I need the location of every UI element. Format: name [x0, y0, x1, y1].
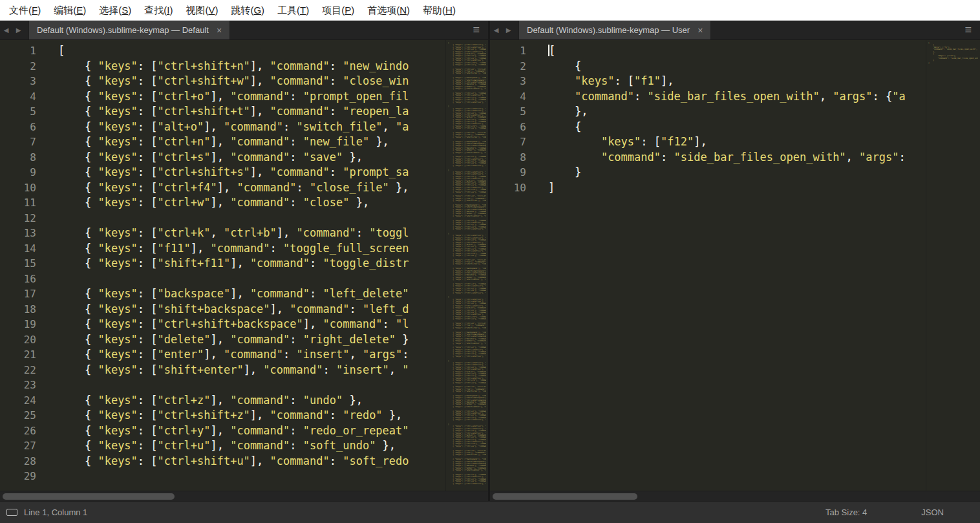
code-line: 9 } — [490, 165, 926, 180]
menu-item-tools[interactable]: 工具(T) — [271, 0, 315, 21]
code-line: 2 { — [490, 59, 926, 74]
code-line: 23 — [0, 378, 445, 393]
history-forward-icon[interactable]: ▶ — [502, 21, 515, 39]
code-line: 5 }, — [490, 104, 926, 120]
line-number: 5 — [490, 104, 526, 120]
code-line: 9 { "keys": ["ctrl+shift+s"], "command":… — [0, 165, 445, 180]
left-hscrollbar-track[interactable] — [0, 491, 488, 501]
line-number: 12 — [0, 211, 36, 226]
code-line: 11 { "keys": ["ctrl+w"], "command": "clo… — [0, 195, 445, 211]
code-line: 10 { "keys": ["ctrl+f4"], "command": "cl… — [0, 180, 445, 196]
line-number: 19 — [0, 317, 36, 332]
code-line: 1[ — [0, 43, 445, 59]
code-line: 14 { "keys": ["f11"], "command": "toggle… — [0, 241, 445, 257]
code-line: 27 { "keys": ["ctrl+u"], "command": "sof… — [0, 438, 445, 454]
line-number: 5 — [0, 104, 36, 120]
tab-size-selector[interactable]: Tab Size: 4 — [826, 507, 867, 517]
right-hscrollbar-track[interactable] — [490, 491, 980, 501]
menu-item-help[interactable]: 帮助(H) — [416, 0, 462, 21]
menu-item-find[interactable]: 查找(I) — [138, 0, 179, 21]
line-number: 13 — [0, 226, 36, 241]
code-line: 6 { — [490, 120, 926, 135]
status-left: Line 1, Column 1 — [0, 507, 87, 517]
line-text: [ — [36, 43, 65, 59]
tab-close-icon[interactable]: × — [698, 26, 703, 35]
menu-item-edit[interactable]: 编辑(E) — [47, 0, 92, 21]
menu-item-preferences[interactable]: 首选项(N) — [361, 0, 416, 21]
code-line: 21 { "keys": ["enter"], "command": "inse… — [0, 347, 445, 363]
menu-item-project[interactable]: 项目(P) — [315, 0, 361, 21]
line-number: 2 — [490, 59, 526, 74]
line-number: 3 — [490, 74, 526, 89]
line-number: 7 — [0, 134, 36, 150]
line-text: { — [526, 59, 581, 74]
tab-user-keymap[interactable]: Default (Windows).sublime-keymap — User … — [518, 21, 711, 39]
line-text: { — [526, 120, 581, 135]
menu-bar: 文件(F) 编辑(E) 选择(S) 查找(I) 视图(V) 跳转(G) 工具(T… — [0, 0, 980, 21]
line-text — [36, 378, 58, 393]
code-line: 3 "keys": ["f1"], — [490, 74, 926, 89]
code-line: 6 { "keys": ["alt+o"], "command": "switc… — [0, 120, 445, 135]
line-text: { "keys": ["ctrl+s"], "command": "save" … — [36, 150, 363, 165]
line-text: { "keys": ["ctrl+shift+backspace"], "com… — [36, 317, 409, 332]
code-line: 22 { "keys": ["shift+enter"], "command":… — [0, 363, 445, 378]
tab-default-keymap[interactable]: Default (Windows).sublime-keymap — Defau… — [28, 21, 230, 39]
menu-item-selection[interactable]: 选择(S) — [92, 0, 138, 21]
right-tab-bar: ◀ ▶ Default (Windows).sublime-keymap — U… — [490, 21, 980, 40]
code-line: 7 { "keys": ["ctrl+n"], "command": "new_… — [0, 134, 445, 150]
line-number: 20 — [0, 332, 36, 348]
line-text: { "keys": ["shift+backspace"], "command"… — [36, 302, 409, 317]
code-line: 8 { "keys": ["ctrl+s"], "command": "save… — [0, 150, 445, 165]
right-hscrollbar-thumb[interactable] — [493, 493, 637, 500]
status-right: Tab Size: 4 JSON — [826, 507, 980, 517]
code-line: 7 "keys": ["f12"], — [490, 134, 926, 150]
left-pane: ◀ ▶ Default (Windows).sublime-keymap — D… — [0, 21, 488, 501]
line-text: { "keys": ["delete"], "command": "right_… — [36, 332, 409, 348]
line-number: 28 — [0, 454, 36, 469]
code-line: 16 — [0, 272, 445, 287]
line-number: 8 — [490, 150, 526, 165]
line-number: 10 — [490, 180, 526, 196]
line-text: { "keys": ["ctrl+u"], "command": "soft_u… — [36, 438, 396, 454]
line-text: { "keys": ["ctrl+z"], "command": "undo" … — [36, 393, 363, 409]
line-number: 6 — [490, 120, 526, 135]
caret-position: Line 1, Column 1 — [24, 507, 87, 517]
code-line: 13 { "keys": ["ctrl+k", "ctrl+b"], "comm… — [0, 226, 445, 241]
line-number: 9 — [490, 165, 526, 180]
line-number: 17 — [0, 286, 36, 302]
line-number: 4 — [490, 89, 526, 105]
history-forward-icon[interactable]: ▶ — [12, 21, 25, 39]
syntax-selector[interactable]: JSON — [921, 507, 944, 517]
tab-title: Default (Windows).sublime-keymap — Defau… — [37, 25, 209, 35]
line-text: "keys": ["f12"], — [526, 134, 707, 150]
left-tab-bar: ◀ ▶ Default (Windows).sublime-keymap — D… — [0, 21, 488, 40]
line-text: { "keys": ["ctrl+f4"], "command": "close… — [36, 180, 409, 196]
code-line: 28 { "keys": ["ctrl+shift+u"], "command"… — [0, 454, 445, 469]
right-minimap[interactable]: [ { "keys": ["f1"], "command": "side_bar… — [926, 40, 980, 491]
history-back-icon[interactable]: ◀ — [490, 21, 502, 39]
history-back-icon[interactable]: ◀ — [0, 21, 12, 39]
code-line: 4 { "keys": ["ctrl+o"], "command": "prom… — [0, 89, 445, 105]
code-line: 26 { "keys": ["ctrl+y"], "command": "red… — [0, 423, 445, 439]
overflow-menu-icon[interactable]: ≡ — [464, 21, 488, 39]
status-bar: Line 1, Column 1 Tab Size: 4 JSON — [0, 501, 980, 523]
left-hscrollbar-thumb[interactable] — [3, 493, 175, 500]
menu-item-goto[interactable]: 跳转(G) — [224, 0, 271, 21]
code-line: 2 { "keys": ["ctrl+shift+n"], "command":… — [0, 59, 445, 74]
overflow-menu-icon[interactable]: ≡ — [956, 21, 980, 39]
line-text: { "keys": ["enter"], "command": "insert"… — [36, 347, 409, 363]
left-minimap[interactable]: [ { "keys": ["ctrl+shift+n"], "command":… — [445, 40, 488, 491]
line-number: 15 — [0, 256, 36, 272]
line-text: [ — [526, 43, 555, 59]
line-text: { "keys": ["backspace"], "command": "lef… — [36, 286, 409, 302]
tab-close-icon[interactable]: × — [217, 26, 222, 35]
line-text — [36, 272, 58, 287]
right-editor[interactable]: 1[2 {3 "keys": ["f1"],4 "command": "side… — [490, 40, 980, 501]
menu-item-file[interactable]: 文件(F) — [3, 0, 47, 21]
left-editor[interactable]: 1[2 { "keys": ["ctrl+shift+n"], "command… — [0, 40, 488, 501]
code-line: 3 { "keys": ["ctrl+shift+w"], "command":… — [0, 74, 445, 89]
line-text: { "keys": ["shift+enter"], "command": "i… — [36, 363, 409, 378]
code-line: 8 "command": "side_bar_files_open_with",… — [490, 150, 926, 165]
right-code-area: 1[2 {3 "keys": ["f1"],4 "command": "side… — [490, 40, 926, 491]
menu-item-view[interactable]: 视图(V) — [179, 0, 224, 21]
